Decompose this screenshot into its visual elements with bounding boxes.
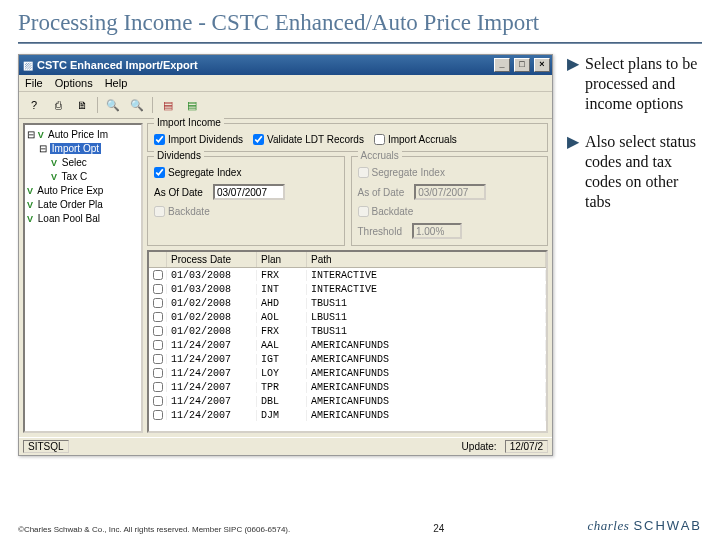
group-title: Dividends	[154, 150, 204, 161]
row-checkbox[interactable]	[153, 396, 163, 406]
row-checkbox[interactable]	[153, 368, 163, 378]
table-row[interactable]: 11/24/2007IGTAMERICANFUNDS	[149, 352, 546, 366]
col-process-date[interactable]: Process Date	[167, 252, 257, 267]
menu-options[interactable]: Options	[55, 77, 93, 89]
row-checkbox[interactable]	[153, 312, 163, 322]
status-update-label: Update:	[462, 441, 497, 452]
menu-file[interactable]: File	[25, 77, 43, 89]
nav-tree[interactable]: ⊟ V Auto Price Im⊟ Import OptV SelecV Ta…	[23, 123, 143, 433]
status-db: SITSQL	[23, 440, 69, 453]
group-accruals: Accruals Segregate Index As of Date Back…	[351, 156, 549, 246]
tree-node[interactable]: ⊟ V Auto Price Im	[27, 128, 139, 142]
table-row[interactable]: 01/02/2008AOLLBUS11	[149, 310, 546, 324]
tree-node[interactable]: V Auto Price Exp	[27, 184, 139, 198]
cb-div-segregate[interactable]: Segregate Index	[154, 167, 241, 178]
row-checkbox[interactable]	[153, 410, 163, 420]
table-row[interactable]: 11/24/2007TPRAMERICANFUNDS	[149, 380, 546, 394]
process-list: Process Date Plan Path 01/03/2008FRXINTE…	[147, 250, 548, 433]
table-row[interactable]: 11/24/2007AALAMERICANFUNDS	[149, 338, 546, 352]
cb-div-backdate[interactable]: Backdate	[154, 206, 210, 217]
input-acc-threshold	[412, 223, 462, 239]
menu-help[interactable]: Help	[105, 77, 128, 89]
toolbar-separator	[97, 97, 98, 113]
group-title: Accruals	[358, 150, 402, 161]
statusbar: SITSQL Update: 12/07/2	[19, 437, 552, 455]
table-row[interactable]: 11/24/2007DJMAMERICANFUNDS	[149, 408, 546, 422]
cb-validate-ldt[interactable]: Validate LDT Records	[253, 134, 364, 145]
table-row[interactable]: 11/24/2007DBLAMERICANFUNDS	[149, 394, 546, 408]
bullet-icon: ▶	[567, 54, 579, 114]
table-row[interactable]: 01/02/2008AHDTBUS11	[149, 296, 546, 310]
minimize-button[interactable]: _	[494, 58, 510, 72]
cb-acc-backdate: Backdate	[358, 206, 414, 217]
cb-acc-segregate: Segregate Index	[358, 167, 445, 178]
search-green-icon[interactable]: 🔍	[126, 95, 148, 115]
row-checkbox[interactable]	[153, 284, 163, 294]
input-div-asof[interactable]	[213, 184, 285, 200]
cb-import-accruals[interactable]: Import Accruals	[374, 134, 457, 145]
tree-node[interactable]: V Selec	[27, 156, 139, 170]
tree-node[interactable]: V Late Order Pla	[27, 198, 139, 212]
table-row[interactable]: 11/24/2007LOYAMERICANFUNDS	[149, 366, 546, 380]
col-plan[interactable]: Plan	[257, 252, 307, 267]
tree-node[interactable]: V Tax C	[27, 170, 139, 184]
search-red-icon[interactable]: 🔍	[102, 95, 124, 115]
cb-import-dividends[interactable]: Import Dividends	[154, 134, 243, 145]
bullet-text: Also select status codes and tax codes o…	[585, 132, 702, 212]
maximize-button[interactable]: □	[514, 58, 530, 72]
slide-title: Processing Income - CSTC Enhanced/Auto P…	[0, 0, 720, 42]
label-acc-asof: As of Date	[358, 187, 405, 198]
slide-bullets: ▶Select plans to be processed and income…	[553, 54, 702, 456]
bullet-icon: ▶	[567, 132, 579, 212]
window-title: CSTC Enhanced Import/Export	[37, 59, 198, 71]
label-acc-threshold: Threshold	[358, 226, 402, 237]
copyright: ©Charles Schwab & Co., Inc. All rights r…	[18, 525, 290, 534]
tree-node[interactable]: V Loan Pool Bal	[27, 212, 139, 226]
status-update-value: 12/07/2	[505, 440, 548, 453]
row-checkbox[interactable]	[153, 340, 163, 350]
table-row[interactable]: 01/03/2008INTINTERACTIVE	[149, 282, 546, 296]
group-import-income: Import Income Import Dividends Validate …	[147, 123, 548, 152]
group-dividends: Dividends Segregate Index As Of Date Bac…	[147, 156, 345, 246]
row-checkbox[interactable]	[153, 270, 163, 280]
app-window: ▨ CSTC Enhanced Import/Export _ □ × File…	[18, 54, 553, 456]
row-checkbox[interactable]	[153, 382, 163, 392]
menubar: File Options Help	[19, 75, 552, 92]
app-icon: ▨	[23, 59, 33, 72]
schwab-logo: charles SCHWAB	[588, 518, 702, 534]
row-checkbox[interactable]	[153, 298, 163, 308]
col-checkbox[interactable]	[149, 252, 167, 267]
row-checkbox[interactable]	[153, 354, 163, 364]
title-rule	[18, 42, 702, 44]
group-title: Import Income	[154, 117, 224, 128]
titlebar: ▨ CSTC Enhanced Import/Export _ □ ×	[19, 55, 552, 75]
db-green-icon[interactable]: ▤	[181, 95, 203, 115]
label-div-asof: As Of Date	[154, 187, 203, 198]
bullet-text: Select plans to be processed and income …	[585, 54, 702, 114]
table-row[interactable]: 01/02/2008FRXTBUS11	[149, 324, 546, 338]
page-number: 24	[433, 523, 444, 534]
toolbar-separator	[152, 97, 153, 113]
toolbar: ? ⎙ 🗎 🔍 🔍 ▤ ▤	[19, 92, 552, 119]
table-row[interactable]: 01/03/2008FRXINTERACTIVE	[149, 268, 546, 282]
print-icon[interactable]: ⎙	[47, 95, 69, 115]
col-path[interactable]: Path	[307, 252, 546, 267]
close-button[interactable]: ×	[534, 58, 550, 72]
help-icon[interactable]: ?	[23, 95, 45, 115]
list-header: Process Date Plan Path	[149, 252, 546, 268]
db-red-icon[interactable]: ▤	[157, 95, 179, 115]
input-acc-asof	[414, 184, 486, 200]
doc-icon[interactable]: 🗎	[71, 95, 93, 115]
tree-node[interactable]: ⊟ Import Opt	[27, 142, 139, 156]
row-checkbox[interactable]	[153, 326, 163, 336]
